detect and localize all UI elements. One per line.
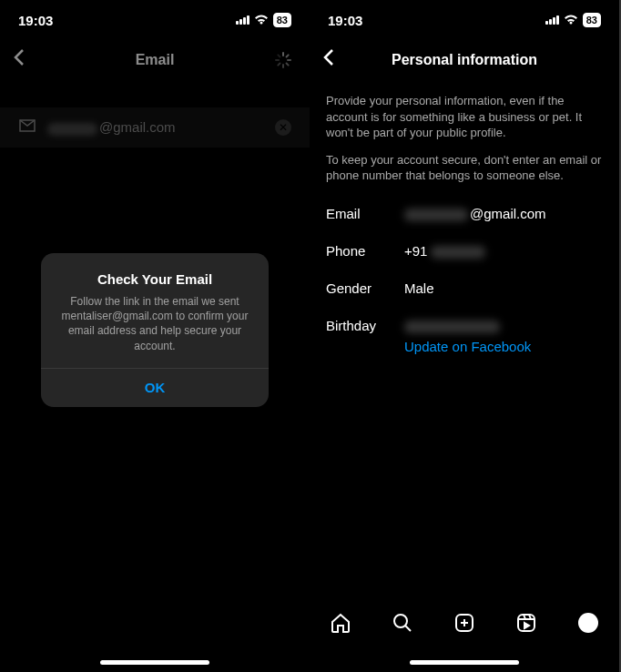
- gender-value: Male: [404, 280, 603, 296]
- home-indicator[interactable]: [410, 660, 519, 665]
- reels-icon[interactable]: [515, 612, 537, 634]
- email-label: Email: [326, 206, 404, 221]
- loading-spinner-icon: [275, 52, 291, 68]
- wifi-icon: [564, 15, 578, 25]
- clear-icon[interactable]: ✕: [275, 119, 291, 136]
- back-icon[interactable]: [14, 48, 25, 72]
- back-icon[interactable]: [323, 48, 334, 72]
- mail-icon: [18, 118, 36, 137]
- status-bar: 19:03 83: [0, 0, 310, 40]
- email-input-row[interactable]: @gmail.com ✕: [0, 107, 310, 148]
- signal-icon: [236, 15, 249, 25]
- header: Email: [0, 40, 310, 80]
- gender-row[interactable]: Gender Male: [310, 270, 619, 307]
- status-time: 19:03: [328, 13, 362, 28]
- modal-dialog: Check Your Email Follow the link in the …: [41, 253, 269, 407]
- signal-icon: [545, 15, 559, 25]
- svg-point-0: [394, 615, 407, 627]
- email-row[interactable]: Email @gmail.com: [310, 195, 619, 232]
- svg-point-3: [578, 613, 598, 633]
- battery-icon: 83: [273, 13, 291, 27]
- birthday-label: Birthday: [326, 318, 404, 333]
- battery-icon: 83: [583, 13, 601, 27]
- search-icon[interactable]: [392, 612, 413, 634]
- gender-label: Gender: [326, 280, 404, 296]
- ok-button[interactable]: OK: [145, 380, 166, 395]
- header: Personal information: [310, 40, 619, 80]
- status-bar: 19:03 83: [310, 0, 619, 40]
- status-right: 83: [545, 13, 601, 27]
- status-time: 19:03: [18, 13, 53, 28]
- modal-body-text: Follow the link in the email we sent men…: [56, 294, 254, 353]
- home-icon[interactable]: [330, 612, 351, 634]
- update-facebook-link[interactable]: Update on Facebook: [404, 339, 603, 354]
- phone-row[interactable]: Phone +91: [310, 232, 619, 270]
- profile-icon[interactable]: [577, 612, 599, 634]
- email-value: @gmail.com: [47, 119, 264, 135]
- phone-label: Phone: [326, 243, 404, 259]
- phone-right: 19:03 83 Personal information Provide yo…: [310, 0, 619, 672]
- email-value: @gmail.com: [404, 206, 603, 221]
- phone-value: +91: [404, 243, 603, 259]
- birthday-value: [404, 318, 603, 333]
- home-indicator[interactable]: [100, 660, 209, 665]
- page-title: Email: [136, 52, 175, 68]
- status-right: 83: [236, 13, 291, 27]
- svg-rect-2: [518, 615, 534, 631]
- page-title: Personal information: [392, 52, 537, 68]
- birthday-row[interactable]: Birthday: [310, 307, 619, 339]
- add-icon[interactable]: [453, 612, 475, 634]
- info-description: Provide your personal information, even …: [310, 80, 619, 184]
- phone-left: 19:03 83 Email @gmail.com ✕ Check You: [0, 0, 310, 672]
- modal-title: Check Your Email: [56, 271, 254, 287]
- wifi-icon: [254, 15, 269, 25]
